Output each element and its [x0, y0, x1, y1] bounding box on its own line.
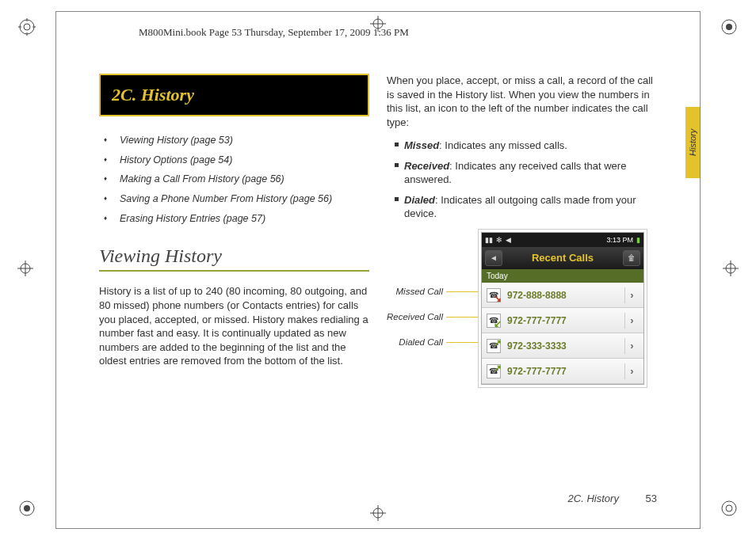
- page-footer: 2C. History 53: [568, 492, 657, 504]
- svg-point-10: [722, 501, 736, 515]
- today-header: Today: [482, 269, 643, 283]
- desc-missed: : Indicates any missed calls.: [439, 139, 567, 151]
- missed-call-icon: ☎↘: [487, 288, 501, 302]
- chevron-right-icon: ›: [624, 287, 639, 303]
- chevron-right-icon: ›: [624, 363, 639, 379]
- chevron-right-icon: ›: [624, 313, 639, 329]
- right-column: When you place, accept, or miss a call, …: [387, 74, 657, 422]
- toc-item: Making a Call From History (page 56): [99, 173, 369, 186]
- toc-item: History Options (page 54): [99, 154, 369, 167]
- received-call-icon: ☎↙: [487, 314, 501, 328]
- callout-dialed: Dialed Call: [399, 337, 443, 349]
- list-item-missed: Missed: Indicates any missed calls.: [395, 139, 657, 153]
- call-row-dialed: ☎↗ 972-777-7777 ›: [482, 359, 643, 384]
- heading-viewing-history: Viewing History: [99, 243, 369, 272]
- crop-mark-icon: [720, 499, 739, 523]
- para-history-desc: History is a list of up to 240 (80 incom…: [99, 284, 369, 367]
- desc-dialed: : Indicates all outgoing calls made from…: [404, 194, 636, 220]
- call-number: 972-888-8888: [507, 289, 618, 302]
- callout-labels: Missed Call Received Call Dialed Call: [387, 280, 492, 356]
- crop-mark-icon: [723, 259, 739, 281]
- chevron-right-icon: ›: [624, 338, 639, 354]
- status-bar: ▮▮ ✻ ◀ 3:13 PM ▮: [482, 233, 643, 247]
- call-row-missed: ☎↘ 972-888-8888 ›: [482, 283, 643, 308]
- svg-point-7: [726, 24, 732, 30]
- term-received: Received: [404, 160, 449, 172]
- footer-page-number: 53: [646, 492, 657, 504]
- left-column: 2C. History Viewing History (page 53) Hi…: [99, 74, 369, 422]
- battery-icon: ▮: [636, 235, 640, 245]
- list-item-dialed: Dialed: Indicates all outgoing calls mad…: [395, 193, 657, 221]
- call-number: 972-777-7777: [507, 314, 618, 327]
- section-title-box: 2C. History: [99, 74, 369, 116]
- back-icon: ◄: [485, 250, 502, 266]
- callout-missed: Missed Call: [396, 286, 443, 299]
- sound-icon: ◀: [506, 235, 511, 245]
- crop-mark-icon: [17, 17, 36, 41]
- dialed-call-icon: ☎↗: [487, 364, 501, 378]
- footer-section: 2C. History: [568, 492, 619, 504]
- toc-item: Saving a Phone Number From History (page…: [99, 192, 369, 206]
- bluetooth-icon: ✻: [496, 235, 502, 245]
- toc-list: Viewing History (page 53) History Option…: [99, 134, 369, 226]
- toc-item: Erasing History Entries (page 57): [99, 212, 369, 226]
- call-number: 972-777-7777: [507, 365, 618, 378]
- phone-screenshot: ▮▮ ✻ ◀ 3:13 PM ▮ ◄ Recent Calls 🗑: [481, 232, 644, 386]
- call-row-dialed: ☎↗ 972-333-3333 ›: [482, 333, 643, 359]
- svg-point-11: [726, 505, 732, 511]
- term-dialed: Dialed: [404, 194, 435, 206]
- title-recent-calls: Recent Calls: [532, 251, 594, 265]
- call-number: 972-333-3333: [507, 340, 618, 352]
- crop-mark-icon: [17, 499, 36, 523]
- svg-point-9: [24, 505, 30, 511]
- term-missed: Missed: [404, 139, 439, 151]
- header-path: M800Mini.book Page 53 Thursday, Septembe…: [139, 26, 657, 39]
- svg-point-0: [20, 20, 34, 34]
- callout-received: Received Call: [387, 311, 443, 324]
- list-item-received: Received: Indicates any received calls t…: [395, 159, 657, 187]
- dialed-call-icon: ☎↗: [487, 339, 501, 353]
- trash-icon: 🗑: [623, 250, 640, 266]
- section-title: 2C. History: [112, 85, 194, 105]
- svg-point-1: [24, 24, 30, 30]
- side-tab-history: History: [685, 107, 700, 178]
- page-frame: M800Mini.book Page 53 Thursday, Septembe…: [55, 11, 701, 529]
- crop-mark-icon: [17, 259, 33, 281]
- para-call-types: When you place, accept, or miss a call, …: [387, 74, 657, 129]
- crop-mark-icon: [720, 17, 739, 41]
- title-bar: ◄ Recent Calls 🗑: [482, 247, 643, 269]
- call-row-received: ☎↙ 972-777-7777 ›: [482, 308, 643, 333]
- toc-item: Viewing History (page 53): [99, 134, 369, 147]
- status-time: 3:13 PM: [606, 235, 633, 245]
- signal-icon: ▮▮: [485, 235, 493, 245]
- call-type-list: Missed: Indicates any missed calls. Rece…: [387, 139, 657, 221]
